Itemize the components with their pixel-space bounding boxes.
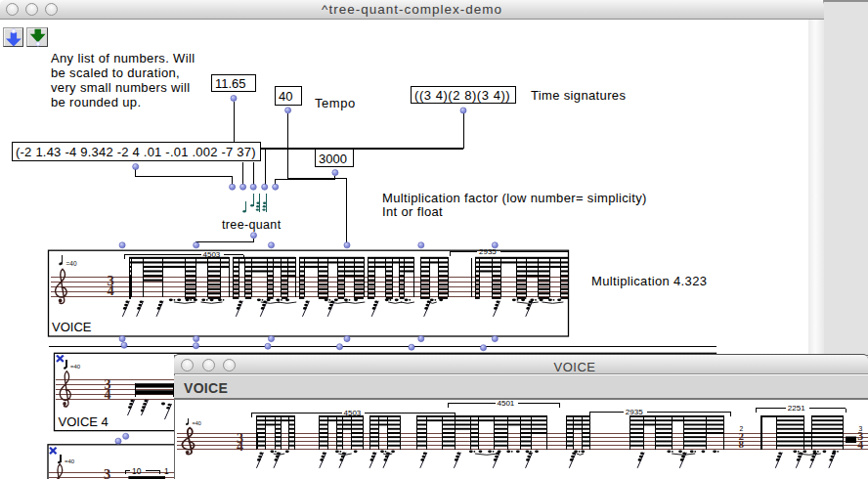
svg-text:2251: 2251 [788, 404, 805, 413]
svg-text:2: 2 [740, 425, 744, 432]
svg-text:4501: 4501 [498, 399, 515, 408]
svg-text:2935: 2935 [626, 408, 643, 416]
svg-text:=40: =40 [65, 458, 75, 464]
svg-text:4: 4 [105, 387, 111, 402]
svg-text:=40: =40 [66, 260, 77, 267]
svg-text:=40: =40 [193, 420, 201, 426]
svg-text:4: 4 [237, 439, 243, 454]
svg-text:1: 1 [164, 466, 169, 476]
svg-text:8: 8 [739, 438, 745, 450]
svg-text:=40: =40 [70, 364, 81, 370]
svg-text:10: 10 [132, 466, 142, 476]
svg-text:4: 4 [857, 438, 863, 452]
svg-text:2935: 2935 [479, 247, 497, 256]
svg-text:VOICE 4: VOICE 4 [59, 414, 108, 429]
svg-text:VOICE: VOICE [52, 320, 92, 334]
svg-text:4: 4 [108, 283, 114, 298]
svg-text:3: 3 [859, 425, 863, 432]
